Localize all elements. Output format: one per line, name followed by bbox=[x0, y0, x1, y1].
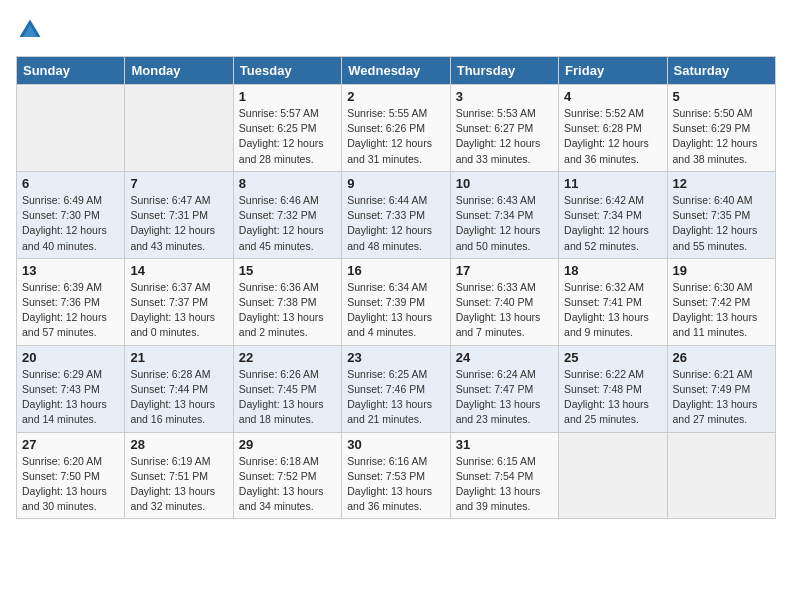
day-info: Sunrise: 6:25 AM Sunset: 7:46 PM Dayligh… bbox=[347, 367, 444, 428]
calendar-cell: 7Sunrise: 6:47 AM Sunset: 7:31 PM Daylig… bbox=[125, 171, 233, 258]
weekday-header: Sunday bbox=[17, 57, 125, 85]
calendar-cell: 10Sunrise: 6:43 AM Sunset: 7:34 PM Dayli… bbox=[450, 171, 558, 258]
calendar-cell: 23Sunrise: 6:25 AM Sunset: 7:46 PM Dayli… bbox=[342, 345, 450, 432]
day-number: 27 bbox=[22, 437, 119, 452]
calendar-cell: 13Sunrise: 6:39 AM Sunset: 7:36 PM Dayli… bbox=[17, 258, 125, 345]
day-number: 1 bbox=[239, 89, 336, 104]
day-number: 11 bbox=[564, 176, 661, 191]
day-number: 29 bbox=[239, 437, 336, 452]
calendar-cell: 21Sunrise: 6:28 AM Sunset: 7:44 PM Dayli… bbox=[125, 345, 233, 432]
day-info: Sunrise: 6:16 AM Sunset: 7:53 PM Dayligh… bbox=[347, 454, 444, 515]
day-info: Sunrise: 6:42 AM Sunset: 7:34 PM Dayligh… bbox=[564, 193, 661, 254]
day-number: 25 bbox=[564, 350, 661, 365]
day-number: 4 bbox=[564, 89, 661, 104]
day-info: Sunrise: 6:49 AM Sunset: 7:30 PM Dayligh… bbox=[22, 193, 119, 254]
day-number: 30 bbox=[347, 437, 444, 452]
day-info: Sunrise: 6:39 AM Sunset: 7:36 PM Dayligh… bbox=[22, 280, 119, 341]
day-info: Sunrise: 6:32 AM Sunset: 7:41 PM Dayligh… bbox=[564, 280, 661, 341]
day-info: Sunrise: 6:47 AM Sunset: 7:31 PM Dayligh… bbox=[130, 193, 227, 254]
day-number: 21 bbox=[130, 350, 227, 365]
day-info: Sunrise: 6:29 AM Sunset: 7:43 PM Dayligh… bbox=[22, 367, 119, 428]
day-info: Sunrise: 6:44 AM Sunset: 7:33 PM Dayligh… bbox=[347, 193, 444, 254]
calendar-cell: 20Sunrise: 6:29 AM Sunset: 7:43 PM Dayli… bbox=[17, 345, 125, 432]
calendar-cell: 18Sunrise: 6:32 AM Sunset: 7:41 PM Dayli… bbox=[559, 258, 667, 345]
calendar-cell: 12Sunrise: 6:40 AM Sunset: 7:35 PM Dayli… bbox=[667, 171, 775, 258]
calendar-cell: 30Sunrise: 6:16 AM Sunset: 7:53 PM Dayli… bbox=[342, 432, 450, 519]
calendar-week-row: 27Sunrise: 6:20 AM Sunset: 7:50 PM Dayli… bbox=[17, 432, 776, 519]
calendar-cell: 19Sunrise: 6:30 AM Sunset: 7:42 PM Dayli… bbox=[667, 258, 775, 345]
day-number: 6 bbox=[22, 176, 119, 191]
day-number: 14 bbox=[130, 263, 227, 278]
logo bbox=[16, 16, 50, 44]
page-header bbox=[16, 16, 776, 44]
calendar-cell: 8Sunrise: 6:46 AM Sunset: 7:32 PM Daylig… bbox=[233, 171, 341, 258]
day-number: 16 bbox=[347, 263, 444, 278]
calendar-cell: 2Sunrise: 5:55 AM Sunset: 6:26 PM Daylig… bbox=[342, 85, 450, 172]
weekday-header: Saturday bbox=[667, 57, 775, 85]
day-number: 13 bbox=[22, 263, 119, 278]
weekday-header: Friday bbox=[559, 57, 667, 85]
day-info: Sunrise: 6:40 AM Sunset: 7:35 PM Dayligh… bbox=[673, 193, 770, 254]
calendar-cell: 3Sunrise: 5:53 AM Sunset: 6:27 PM Daylig… bbox=[450, 85, 558, 172]
calendar-week-row: 20Sunrise: 6:29 AM Sunset: 7:43 PM Dayli… bbox=[17, 345, 776, 432]
calendar-cell bbox=[17, 85, 125, 172]
day-number: 15 bbox=[239, 263, 336, 278]
day-info: Sunrise: 6:15 AM Sunset: 7:54 PM Dayligh… bbox=[456, 454, 553, 515]
day-info: Sunrise: 6:19 AM Sunset: 7:51 PM Dayligh… bbox=[130, 454, 227, 515]
day-info: Sunrise: 5:57 AM Sunset: 6:25 PM Dayligh… bbox=[239, 106, 336, 167]
day-number: 17 bbox=[456, 263, 553, 278]
weekday-header: Monday bbox=[125, 57, 233, 85]
day-number: 5 bbox=[673, 89, 770, 104]
calendar-cell bbox=[667, 432, 775, 519]
day-number: 3 bbox=[456, 89, 553, 104]
day-info: Sunrise: 5:52 AM Sunset: 6:28 PM Dayligh… bbox=[564, 106, 661, 167]
day-info: Sunrise: 6:43 AM Sunset: 7:34 PM Dayligh… bbox=[456, 193, 553, 254]
calendar-cell: 4Sunrise: 5:52 AM Sunset: 6:28 PM Daylig… bbox=[559, 85, 667, 172]
calendar-table: SundayMondayTuesdayWednesdayThursdayFrid… bbox=[16, 56, 776, 519]
day-number: 28 bbox=[130, 437, 227, 452]
calendar-cell: 22Sunrise: 6:26 AM Sunset: 7:45 PM Dayli… bbox=[233, 345, 341, 432]
day-info: Sunrise: 5:53 AM Sunset: 6:27 PM Dayligh… bbox=[456, 106, 553, 167]
day-info: Sunrise: 6:33 AM Sunset: 7:40 PM Dayligh… bbox=[456, 280, 553, 341]
calendar-cell: 16Sunrise: 6:34 AM Sunset: 7:39 PM Dayli… bbox=[342, 258, 450, 345]
day-info: Sunrise: 6:26 AM Sunset: 7:45 PM Dayligh… bbox=[239, 367, 336, 428]
day-number: 8 bbox=[239, 176, 336, 191]
calendar-cell: 31Sunrise: 6:15 AM Sunset: 7:54 PM Dayli… bbox=[450, 432, 558, 519]
calendar-cell: 6Sunrise: 6:49 AM Sunset: 7:30 PM Daylig… bbox=[17, 171, 125, 258]
day-info: Sunrise: 6:46 AM Sunset: 7:32 PM Dayligh… bbox=[239, 193, 336, 254]
day-number: 23 bbox=[347, 350, 444, 365]
calendar-cell: 24Sunrise: 6:24 AM Sunset: 7:47 PM Dayli… bbox=[450, 345, 558, 432]
day-number: 24 bbox=[456, 350, 553, 365]
logo-icon bbox=[16, 16, 44, 44]
calendar-cell: 29Sunrise: 6:18 AM Sunset: 7:52 PM Dayli… bbox=[233, 432, 341, 519]
day-number: 22 bbox=[239, 350, 336, 365]
weekday-header-row: SundayMondayTuesdayWednesdayThursdayFrid… bbox=[17, 57, 776, 85]
day-number: 10 bbox=[456, 176, 553, 191]
calendar-cell: 14Sunrise: 6:37 AM Sunset: 7:37 PM Dayli… bbox=[125, 258, 233, 345]
day-info: Sunrise: 6:36 AM Sunset: 7:38 PM Dayligh… bbox=[239, 280, 336, 341]
weekday-header: Tuesday bbox=[233, 57, 341, 85]
day-number: 26 bbox=[673, 350, 770, 365]
day-info: Sunrise: 6:21 AM Sunset: 7:49 PM Dayligh… bbox=[673, 367, 770, 428]
day-number: 20 bbox=[22, 350, 119, 365]
day-info: Sunrise: 6:37 AM Sunset: 7:37 PM Dayligh… bbox=[130, 280, 227, 341]
day-info: Sunrise: 6:34 AM Sunset: 7:39 PM Dayligh… bbox=[347, 280, 444, 341]
calendar-cell: 11Sunrise: 6:42 AM Sunset: 7:34 PM Dayli… bbox=[559, 171, 667, 258]
day-number: 12 bbox=[673, 176, 770, 191]
day-info: Sunrise: 5:50 AM Sunset: 6:29 PM Dayligh… bbox=[673, 106, 770, 167]
day-info: Sunrise: 6:18 AM Sunset: 7:52 PM Dayligh… bbox=[239, 454, 336, 515]
day-info: Sunrise: 6:28 AM Sunset: 7:44 PM Dayligh… bbox=[130, 367, 227, 428]
calendar-cell bbox=[559, 432, 667, 519]
calendar-cell: 9Sunrise: 6:44 AM Sunset: 7:33 PM Daylig… bbox=[342, 171, 450, 258]
day-number: 9 bbox=[347, 176, 444, 191]
calendar-cell: 28Sunrise: 6:19 AM Sunset: 7:51 PM Dayli… bbox=[125, 432, 233, 519]
day-info: Sunrise: 6:24 AM Sunset: 7:47 PM Dayligh… bbox=[456, 367, 553, 428]
day-number: 19 bbox=[673, 263, 770, 278]
day-info: Sunrise: 6:20 AM Sunset: 7:50 PM Dayligh… bbox=[22, 454, 119, 515]
day-number: 18 bbox=[564, 263, 661, 278]
calendar-cell bbox=[125, 85, 233, 172]
calendar-week-row: 1Sunrise: 5:57 AM Sunset: 6:25 PM Daylig… bbox=[17, 85, 776, 172]
calendar-cell: 15Sunrise: 6:36 AM Sunset: 7:38 PM Dayli… bbox=[233, 258, 341, 345]
calendar-cell: 1Sunrise: 5:57 AM Sunset: 6:25 PM Daylig… bbox=[233, 85, 341, 172]
day-number: 2 bbox=[347, 89, 444, 104]
